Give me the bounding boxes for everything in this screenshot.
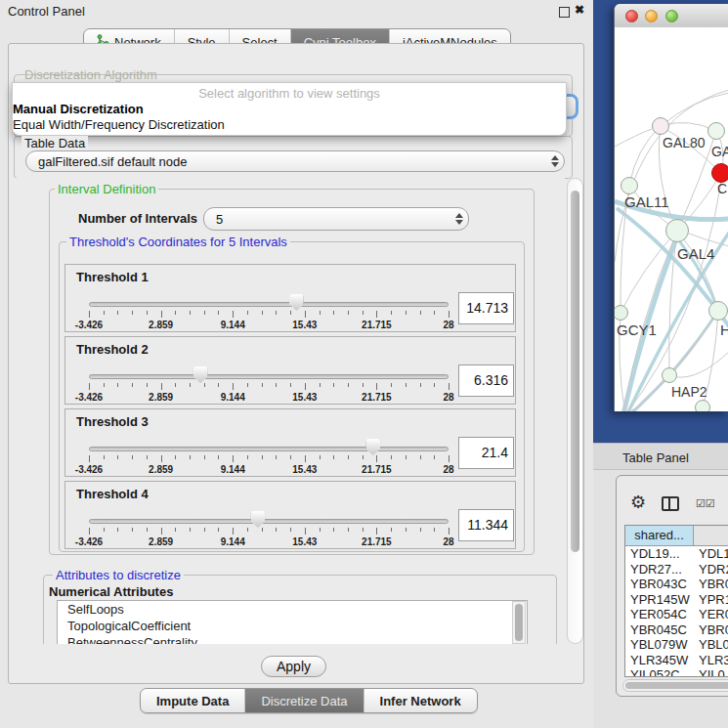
slider-track[interactable] (89, 447, 449, 451)
tick-mark (132, 528, 133, 532)
scrollbar-thumb[interactable] (515, 604, 523, 641)
slider-track[interactable] (89, 302, 449, 307)
network-node-c[interactable] (711, 163, 728, 183)
tick-label: 9.144 (221, 464, 245, 475)
tick-mark (449, 455, 450, 462)
split-columns-icon[interactable] (662, 496, 679, 511)
attribute-list-item[interactable]: SelfLoops (58, 601, 527, 618)
table-row[interactable]: YBR045CYBR0 (625, 622, 728, 638)
scrollbar-thumb[interactable] (571, 191, 579, 552)
tick-mark (190, 383, 191, 387)
apply-button[interactable]: Apply (261, 656, 326, 677)
tick-mark (247, 311, 248, 315)
threshold-value-field[interactable]: 11.344 (458, 509, 514, 541)
dropdown-placeholder-option[interactable]: Select algorithm to view settings (13, 86, 566, 101)
close-window-icon[interactable] (625, 10, 638, 22)
dropdown-option[interactable]: Equal Width/Frequency Discretization (13, 117, 560, 133)
tick-mark (218, 528, 219, 532)
tab-impute-data[interactable]: Impute Data (141, 689, 244, 712)
node-attribute-table[interactable]: shared...na YDL19...YDL1YDR27...YDR2YBR0… (624, 525, 728, 677)
slider-thumb[interactable] (289, 294, 304, 311)
tick-mark (305, 528, 306, 535)
tick-label: -3.426 (75, 320, 103, 330)
tick-label: 2.859 (149, 464, 173, 475)
threshold-slider-2[interactable]: -3.4262.8599.14415.4321.71528 (89, 372, 449, 402)
number-of-intervals-label: Number of Intervals (78, 211, 197, 226)
slider-track[interactable] (89, 519, 449, 524)
attribute-list-item[interactable]: TopologicalCoefficient (58, 618, 527, 634)
tab-infer-network[interactable]: Infer Network (364, 689, 477, 712)
threshold-value-field[interactable]: 14.713 (458, 292, 514, 324)
tick-mark (161, 455, 162, 462)
network-canvas[interactable]: GAL80GACGAL11GAL4GCY1HHAP2 (615, 27, 728, 411)
tick-mark (233, 383, 234, 390)
network-node-hap2[interactable] (662, 367, 677, 383)
select-columns-icon[interactable]: ☑☑ (696, 497, 715, 510)
tick-mark (420, 528, 421, 532)
table-row[interactable]: YDL19...YDL1 (625, 546, 728, 562)
attribute-list-item[interactable]: BetweennessCentrality (58, 634, 527, 644)
network-node-gal80[interactable] (652, 117, 669, 135)
table-cell: YER0 (694, 607, 728, 622)
slider-thumb[interactable] (365, 439, 380, 455)
threshold-slider-4[interactable]: -3.4262.8599.14415.4321.71528 (89, 517, 449, 546)
tick-mark (320, 455, 321, 459)
network-node-ga[interactable] (707, 122, 725, 140)
threshold-slider-3[interactable]: -3.4262.8599.14415.4321.71528 (89, 445, 449, 474)
tick-mark (204, 311, 205, 315)
threshold-slider-1[interactable]: -3.4262.8599.14415.4321.71528 (89, 300, 449, 329)
table-data-selected-value: galFiltered.sif default node (26, 154, 546, 169)
tick-mark (117, 455, 118, 459)
zoom-window-icon[interactable] (665, 10, 678, 22)
dropdown-option[interactable]: Manual Discretization (13, 102, 560, 117)
control-panel-title: Control Panel (8, 4, 85, 19)
network-node-gal4[interactable] (665, 219, 689, 242)
table-row[interactable]: YER054CYER0 (625, 607, 728, 622)
network-node-h[interactable] (708, 301, 728, 321)
table-row[interactable]: YIL052CYIL0 (625, 667, 728, 677)
column-header-1[interactable]: shared... (625, 526, 694, 546)
thresholds-group-title: Threshold's Coordinates for 5 Intervals (66, 235, 290, 249)
slider-thumb[interactable] (193, 366, 208, 383)
slider-thumb[interactable] (250, 511, 265, 528)
table-row[interactable]: YLR345WYLR3 (625, 653, 728, 668)
table-rows: YDL19...YDL1YDR27...YDR2YBR043CYBR0YPR14… (625, 546, 728, 677)
float-window-icon[interactable] (559, 7, 570, 18)
tick-mark (233, 455, 234, 462)
tick-mark (391, 383, 392, 387)
gear-icon[interactable]: ⚙ (630, 492, 646, 513)
table-panel-title: Table Panel (622, 450, 689, 465)
network-window-titlebar[interactable] (615, 4, 728, 28)
threshold-value-field[interactable]: 21.4 (458, 437, 514, 469)
table-panel-header: Table Panel (593, 443, 728, 470)
table-row[interactable]: YPR145WYPR1 (625, 592, 728, 608)
table-data-combobox[interactable]: galFiltered.sif default node (25, 150, 565, 172)
tick-mark (247, 383, 248, 387)
settings-scrollbar[interactable] (567, 178, 583, 644)
minimize-window-icon[interactable] (645, 10, 658, 22)
column-header-2[interactable]: na (694, 526, 728, 546)
discretization-algorithm-group-title: Discretization Algorithm (21, 67, 160, 82)
network-node-gal11[interactable] (621, 177, 638, 194)
threshold-value-field[interactable]: 6.316 (458, 364, 514, 397)
table-row[interactable]: YDR27...YDR2 (625, 562, 728, 578)
table-row[interactable]: YBL079WYBL0 (625, 637, 728, 653)
number-of-intervals-combobox[interactable]: 5 (203, 207, 469, 231)
tick-mark (348, 383, 349, 387)
tick-mark (233, 528, 234, 535)
tick-label: 15.43 (292, 320, 317, 330)
table-horizontal-scrollbar[interactable] (622, 679, 728, 692)
close-icon[interactable]: ✖ (575, 3, 584, 17)
attributes-list-scrollbar[interactable] (512, 601, 526, 644)
tick-mark (89, 383, 90, 390)
tick-mark (406, 528, 407, 532)
tick-mark (449, 528, 450, 535)
tick-mark (161, 528, 162, 535)
table-row[interactable]: YBR043CYBR0 (625, 577, 728, 592)
numerical-attributes-list[interactable]: SelfLoopsTopologicalCoefficientBetweenne… (57, 600, 528, 644)
tab-discretize-data[interactable]: Discretize Data (244, 689, 363, 712)
network-node-label: GAL80 (663, 135, 706, 150)
network-node[interactable] (695, 400, 710, 411)
scrollbar-thumb[interactable] (625, 682, 728, 689)
slider-track[interactable] (89, 374, 449, 379)
